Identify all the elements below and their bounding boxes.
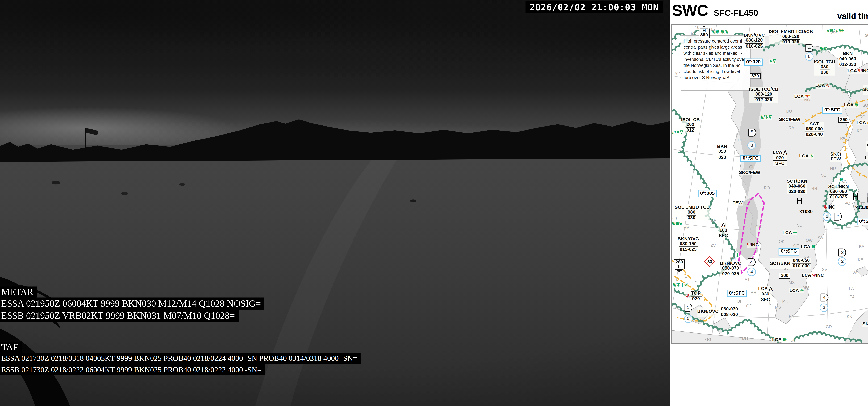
map-station-label: LA [849,286,854,290]
map-zero-level-box: 0°:SFC [779,248,799,255]
map-station-label: MK [782,299,788,303]
map-station-label: SV [822,267,827,271]
map-station-label: HM [683,225,690,229]
map-station-label: RA [788,125,794,130]
map-wx-symbol: LCA ≡≡∨ [856,120,868,125]
map-station-label: CN [730,256,736,261]
metar-line-essb: ESSB 021950Z VRB02KT 9999 BKN031 M07/M10… [0,310,239,322]
map-station-label: CH [769,303,774,308]
map-station-label: GM [755,225,762,229]
map-station-label: KK [847,314,852,318]
map-station-label: OD [746,304,752,308]
weather-map: Issued by SMHI at 1950 UTC High pressure… [672,24,868,344]
map-zero-level-box: 0°:SFC [727,290,747,297]
map-sea-state-flag: 5 [748,128,756,137]
chart-title: SWC [672,1,708,20]
metar-label: METAR [0,287,37,297]
map-cloud-label: SCT/BKN020-070003-020 [863,85,868,95]
map-wx-symbol: ✳∇ [769,59,776,64]
map-wx-symbol: LCA ✳ [789,288,804,293]
map-station-label: KA [859,244,864,249]
map-station-label: PA [849,294,855,299]
map-sea-temp-circle: 1 [823,212,831,221]
map-sea-temp-circle: 2 [838,257,847,266]
map-sea-state-flag: 2 [834,213,842,221]
map-station-label: 60° [672,216,678,221]
map-station-label: ET [842,91,847,95]
chart-header: SWC SFC-FL450 valid time 00 UTC 03.02.20… [672,1,868,23]
map-station-label: SC [790,338,796,342]
map-station-label: SD [797,223,803,227]
map-zero-level-box: 0°:020 [744,59,763,66]
map-cloud-label: ISOL EMBD TCU080030 [673,205,710,221]
map-station-label: BO [786,109,792,114]
map-station-label: MQ [803,285,809,290]
map-station-label: AH [751,290,756,295]
map-cloud-label: BKN/OVC050-070020-035 [720,261,741,277]
map-sea-state-flag: 3 [838,249,846,257]
map-station-label: OW [806,238,813,242]
map-high-pressure-center: H×1030 [796,198,813,215]
chart-subtitle: SFC-FL450 [714,8,758,18]
annotation-layer: H380-5°///✳ ✳///1015BKN/OVC080-120010-02… [672,25,868,343]
map-wx-symbol: ///✳∇ [672,130,683,135]
map-cloud-label: FEW [733,201,743,206]
map-wx-symbol: LCA ΨINC [865,155,868,161]
map-cloud-label: SCT/BKN015-030001-008 [866,141,868,152]
map-tropopause-box: 350 [838,117,849,123]
map-station-label: HA [867,193,868,197]
map-cloud-label: ISOL TCU/CB080-120012-025 [749,87,778,103]
map-station-label: VA [852,270,858,274]
map-station-label: HD [692,281,698,285]
map-cloud-label: ISOL EMBD TCU/CB080-120010-025 [769,29,813,45]
map-station-label: GD [826,324,832,329]
map-station-label: 70° [674,71,680,76]
map-station-label: OK [779,239,784,244]
taf-label: TAF [0,342,22,353]
chart-valid-time: valid time 00 UTC 03.02.2026 [837,12,868,21]
map-station-label: RO [764,186,770,190]
map-station-label: SO [863,103,868,107]
map-station-label: NO [820,173,827,178]
map-station-label: NN [811,187,817,191]
map-station-label: 55° [675,306,681,310]
taf-line-essa: ESSA 021730Z 0218/0318 04005KT 9999 BKN0… [0,353,361,364]
map-zero-level-box: 0°:005 [698,190,717,197]
map-wx-symbol: ✳∇ [820,47,827,52]
map-cloud-label: BKN/OVC080-150015-025 [678,237,699,252]
map-cloud-label: SCT/BKN040-060020-030 [787,179,807,194]
map-tropopause-low-symbol: 260L [674,259,685,272]
map-sea-temp-circle: 3 [820,303,828,312]
map-cloud-label: SKC/ FEW [830,152,841,162]
map-station-label: 10 [695,25,700,30]
map-sea-state-flag: 4 [747,258,755,266]
map-station-label: MX [789,280,795,285]
map-station-label: RN [789,314,795,318]
map-wx-symbol: ✳ [736,253,739,258]
map-station-label: MS [775,306,781,310]
taf-block: TAF ESSA 021730Z 0218/0318 04005KT 9999 … [0,342,361,375]
map-zero-level-box: 0°:SFC [857,218,868,225]
map-station-label: LE [682,275,687,280]
map-tropopause-box: 300 [779,272,790,279]
map-station-label: NU [830,167,836,171]
map-station-label: RO [860,114,866,119]
map-station-label: 25° [831,30,837,35]
map-station-label: OE [793,244,799,248]
map-station-label: VA [842,180,847,184]
map-station-label: GJ [783,266,789,270]
map-tropopause-box: 370 [750,73,761,79]
map-cloud-label: SCT/BKN030-050010-025 [828,184,849,200]
map-station-label: 30° [865,33,868,37]
map-wx-symbol: LCA ΨINC [802,273,824,278]
map-cloud-label: SKC/FEW [863,322,868,326]
map-cloud-label: SCT050-060020-040 [805,121,824,137]
map-wx-symbol: LCA ✳ [799,154,814,159]
map-wx-symbol: LCA ✳ [801,244,815,250]
map-cloud-label: BKN050020 [717,144,727,160]
screenshot-root: 2026/02/02 21:00:03 MON METAR ESSA 02195… [0,0,868,406]
map-station-label: -5° [689,31,695,35]
map-wx-symbol-frac: ⋀100SFC [718,222,728,238]
map-cloud-label: BKN/OVC030-070008-020 [697,307,739,317]
map-wx-symbol: ΨINC [747,243,758,248]
